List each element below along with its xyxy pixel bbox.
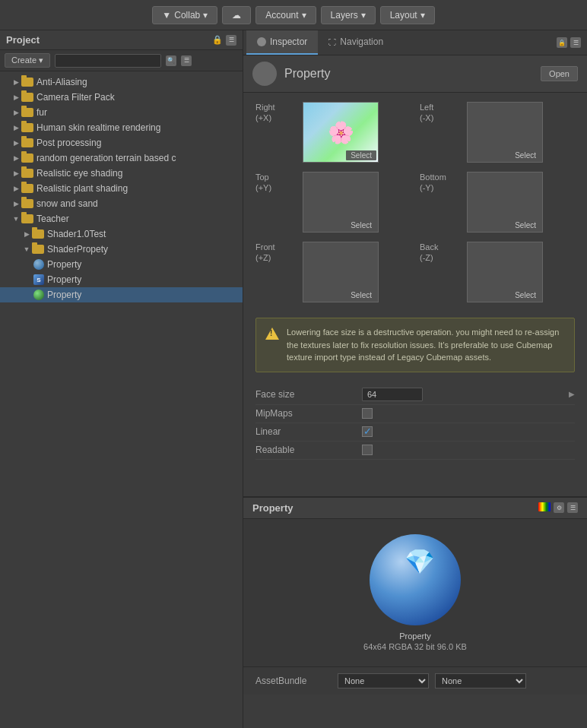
prop-row-mipmaps: MipMaps	[255, 405, 575, 423]
main-layout: Project 🔒 ☰ Create ▾ 🔍 ☰ ▶ Anti-Aliasing	[0, 30, 587, 728]
linear-checkbox[interactable]	[362, 426, 373, 437]
menu-icon[interactable]: ☰	[567, 502, 578, 513]
properties-table: Face size ▶ MipMaps Linear	[243, 378, 587, 466]
assetbundle-select2[interactable]: None	[435, 673, 526, 688]
project-title: Project	[6, 34, 40, 46]
cubemap-face-top: Top(+Y) Select	[255, 172, 411, 233]
tab-inspector[interactable]: Inspector	[246, 30, 318, 55]
tree-arrow: ▶	[12, 169, 20, 177]
folder-icon	[21, 154, 33, 163]
face-preview-right: Select	[303, 102, 379, 163]
mipmaps-checkbox[interactable]	[362, 408, 373, 419]
tree-item-snow-sand[interactable]: ▶ snow and sand	[0, 196, 243, 211]
tree-item-fur[interactable]: ▶ fur	[0, 105, 243, 120]
project-tree: ▶ Anti-Aliasing ▶ Camera Filter Pack ▶ f…	[0, 71, 243, 728]
search-icon[interactable]: 🔍	[166, 55, 176, 66]
tree-item-random-gen[interactable]: ▶ random generation terrain based c	[0, 150, 243, 166]
cubemap-face-bottom: Bottom(-Y) Select	[420, 172, 575, 233]
collab-button[interactable]: ▼ Collab ▾	[152, 6, 217, 24]
tree-item-property1[interactable]: Property	[0, 257, 243, 272]
face-preview-back: Select	[467, 242, 543, 302]
project-toolbar: Create ▾ 🔍 ☰	[0, 50, 243, 71]
tree-arrow: ▶	[12, 185, 20, 192]
cubemap-face-right: Right(+X) Select	[255, 102, 411, 163]
menu-icon[interactable]: ☰	[570, 37, 581, 48]
cubemap-face-front: Front(+Z) Select	[255, 242, 411, 302]
tree-item-property2[interactable]: S Property	[0, 272, 243, 287]
panel-header-icons: 🔒 ☰	[212, 35, 236, 46]
prop-row-readable: Readable	[255, 442, 575, 460]
folder-icon	[21, 169, 33, 178]
spacer	[243, 466, 587, 496]
tree-item-anti-aliasing[interactable]: ▶ Anti-Aliasing	[0, 74, 243, 90]
preview-info: 64x64 RGBA 32 bit 96.0 KB	[363, 642, 467, 651]
lock-icon[interactable]: 🔒	[557, 37, 567, 48]
bottom-panel-icons: ⚙ ☰	[538, 502, 578, 513]
face-preview-front: Select	[303, 242, 379, 302]
select-btn-front[interactable]: Select	[346, 290, 376, 300]
preview-label: Property	[399, 631, 431, 641]
cubemap-face-back: Back(-Z) Select	[420, 242, 575, 302]
layout-button[interactable]: Layout ▾	[380, 6, 435, 24]
lock-icon[interactable]: 🔒	[212, 35, 223, 46]
tree-item-realistic-plant[interactable]: ▶ Realistic plant shading	[0, 181, 243, 196]
tree-arrow: ▶	[12, 200, 20, 207]
assetbundle-row: AssetBundle None None	[243, 666, 587, 695]
left-panel: Project 🔒 ☰ Create ▾ 🔍 ☰ ▶ Anti-Aliasing	[0, 30, 243, 728]
cloud-button[interactable]: ☁	[222, 6, 251, 24]
shader-icon: S	[33, 274, 44, 285]
folder-icon	[21, 199, 33, 208]
account-button[interactable]: Account ▾	[255, 6, 316, 24]
create-button[interactable]: Create ▾	[5, 53, 50, 68]
layers-button[interactable]: Layers ▾	[321, 6, 376, 24]
tree-item-camera-filter[interactable]: ▶ Camera Filter Pack	[0, 90, 243, 105]
prop-row-face-size: Face size ▶	[255, 385, 575, 405]
assetbundle-label: AssetBundle	[255, 676, 332, 686]
select-btn-left[interactable]: Select	[510, 150, 541, 160]
tree-item-teacher[interactable]: ▼ Teacher	[0, 211, 243, 226]
tree-item-realistic-eye[interactable]: ▶ Realistic eye shading	[0, 166, 243, 181]
prop-row-linear: Linear	[255, 423, 575, 442]
open-button[interactable]: Open	[541, 66, 578, 81]
readable-checkbox[interactable]	[362, 445, 373, 455]
tree-item-shader-property[interactable]: ▼ ShaderPropety	[0, 242, 243, 257]
tree-arrow: ▶	[12, 93, 20, 101]
select-btn-top[interactable]: Select	[346, 220, 376, 230]
navigation-icon: ⛶	[328, 38, 336, 46]
tab-navigation[interactable]: ⛶ Navigation	[318, 30, 394, 55]
tree-arrow: ▶	[12, 139, 20, 147]
tree-arrow: ▶	[12, 109, 20, 116]
folder-icon	[21, 138, 33, 147]
sphere-icon	[33, 259, 44, 270]
face-size-input[interactable]	[362, 388, 423, 401]
filter-icon[interactable]: ☰	[181, 55, 192, 66]
project-panel-header: Project 🔒 ☰	[0, 30, 243, 50]
tree-item-shader1[interactable]: ▶ Shader1.0Test	[0, 226, 243, 242]
tree-item-property3[interactable]: Property	[0, 287, 243, 302]
inspector-icon	[257, 37, 266, 46]
tree-arrow: ▶	[12, 78, 20, 86]
gear-icon[interactable]: ⚙	[554, 502, 564, 513]
menu-icon[interactable]: ☰	[226, 35, 236, 46]
cubemap-face-left: Left(-X) Select	[420, 102, 575, 163]
bottom-property-panel: Property ⚙ ☰ Property 64x64 RGBA 32 bit …	[243, 496, 587, 695]
tree-item-post-processing[interactable]: ▶ Post processing	[0, 135, 243, 150]
warning-text: Lowering face size is a destructive oper…	[287, 326, 565, 364]
tabs-row: Inspector ⛶ Navigation 🔒 ☰	[243, 30, 587, 55]
folder-icon	[32, 245, 44, 254]
sphere-preview	[370, 534, 461, 625]
bottom-title: Property	[252, 502, 532, 514]
tree-item-human-skin[interactable]: ▶ Human skin realtime rendering	[0, 120, 243, 135]
select-btn-right[interactable]: Select	[346, 150, 376, 160]
folder-icon	[21, 214, 33, 223]
property-header: Property Open	[243, 55, 587, 93]
search-input[interactable]	[55, 54, 161, 68]
inspector-content: Property Open Right(+X) Select	[243, 55, 587, 728]
tree-arrow: ▶	[12, 154, 20, 162]
assetbundle-select1[interactable]: None	[338, 673, 429, 688]
select-btn-back[interactable]: Select	[510, 290, 541, 300]
folder-icon	[21, 78, 33, 87]
folder-icon	[21, 123, 33, 132]
select-btn-bottom[interactable]: Select	[510, 220, 541, 230]
face-preview-top: Select	[303, 172, 379, 233]
